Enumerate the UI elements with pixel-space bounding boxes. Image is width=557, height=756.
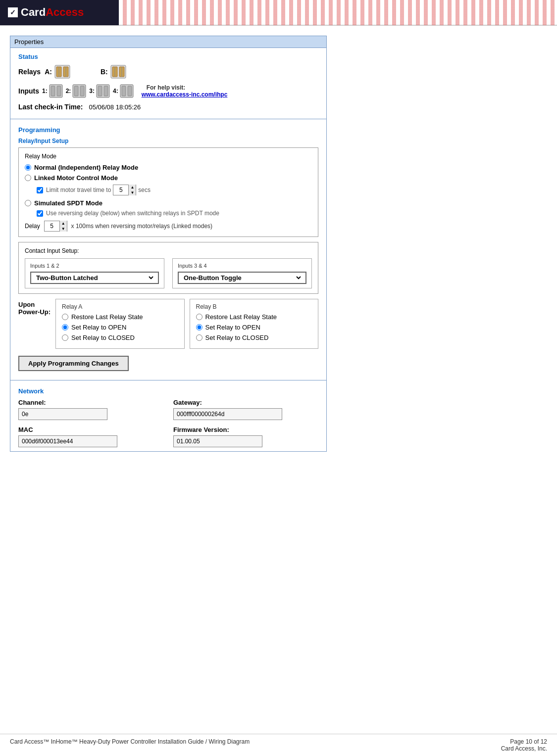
gateway-field: Gateway: 000fff000000264d	[173, 399, 318, 420]
limit-motor-input[interactable]	[113, 185, 128, 195]
input-1-icon	[49, 84, 63, 98]
svg-rect-20	[122, 86, 126, 96]
mac-field: MAC 000d6f000013ee44	[18, 426, 163, 447]
programming-heading: Programming	[18, 126, 318, 134]
inputs-3-4-dropdown-wrapper[interactable]: One-Button Toggle Two-Button Latched Mom…	[178, 272, 306, 284]
relay-boxes-row: Relay A Restore Last Relay State Set Rel…	[55, 299, 318, 349]
relay-b-restore-label: Restore Last Relay State	[205, 313, 277, 321]
apply-programming-button[interactable]: Apply Programming Changes	[18, 356, 129, 371]
svg-rect-17	[98, 86, 102, 96]
radio-spdt[interactable]	[25, 200, 31, 206]
radio-linked-row: Linked Motor Control Mode	[25, 174, 312, 182]
relay-b-closed-radio[interactable]	[196, 334, 203, 341]
relay-b-restore-row: Restore Last Relay State	[196, 313, 312, 321]
help-text: For help visit:	[147, 84, 228, 91]
checkin-label: Last check-in Time:	[18, 103, 83, 111]
relay-a-open-row: Set Relay to OPEN	[62, 324, 178, 331]
gateway-label: Gateway:	[173, 399, 318, 406]
inputs-3-4-select[interactable]: One-Button Toggle Two-Button Latched Mom…	[182, 274, 303, 282]
svg-rect-18	[104, 86, 108, 96]
inputs-1-2-box: Inputs 1 & 2 Two-Button Latched One-Butt…	[25, 258, 164, 288]
relay-a-open-label: Set Relay to OPEN	[71, 324, 126, 331]
radio-linked-label: Linked Motor Control Mode	[34, 174, 118, 182]
inputs-3-4-title: Inputs 3 & 4	[178, 263, 306, 269]
status-section: Status Relays A: B:	[10, 48, 326, 116]
input-2-icon	[72, 84, 86, 98]
input-4-label: 4:	[113, 88, 118, 94]
spinbox-arrows-motor: ▲ ▼	[128, 185, 136, 195]
input-4-group: 4:	[113, 84, 134, 98]
logo-text: CardAccess	[21, 6, 84, 19]
network-grid: Channel: 0e Gateway: 000fff000000264d MA…	[18, 399, 318, 447]
relay-a-group: A:	[45, 64, 71, 79]
relay-a-closed-label: Set Relay to CLOSED	[71, 334, 135, 341]
firmware-input[interactable]: 01.00.05	[173, 435, 262, 447]
inputs-1-2-select[interactable]: Two-Button Latched One-Button Toggle Mom…	[34, 274, 155, 282]
power-up-label: UponPower-Up:	[18, 299, 51, 316]
input-4-icon	[120, 84, 134, 98]
relay-b-closed-label: Set Relay to CLOSED	[205, 334, 269, 341]
relay-mode-box: Relay Mode Normal (Independent) Relay Mo…	[18, 147, 318, 237]
channel-field: Channel: 0e	[18, 399, 163, 420]
relay-b-powerup-title: Relay B	[196, 303, 312, 310]
limit-motor-spinbox: ▲ ▼	[113, 185, 136, 195]
relay-a-closed-radio[interactable]	[62, 334, 68, 341]
properties-title: Properties	[10, 36, 326, 48]
checkin-row: Last check-in Time: 05/06/08 18:05:26	[18, 103, 318, 111]
spinbox-down-motor[interactable]: ▼	[129, 190, 136, 195]
status-relays-row: Relays A: B:	[18, 64, 318, 79]
properties-box: Properties Status Relays A:	[10, 36, 327, 452]
limit-motor-unit: secs	[138, 187, 151, 193]
radio-spdt-label: Simulated SPDT Mode	[34, 199, 102, 207]
radio-normal-label: Normal (Independent) Relay Mode	[34, 164, 138, 171]
reversing-delay-checkbox[interactable]	[37, 210, 43, 217]
input-3-group: 3:	[89, 84, 110, 98]
relay-a-letter: A:	[45, 68, 52, 76]
help-link[interactable]: www.cardaccess-inc.com/ihpc	[142, 91, 228, 98]
status-inputs-row: Inputs 1: 2:	[18, 84, 318, 98]
delay-row: Delay ▲ ▼ x 100ms when reversing motor/r…	[25, 221, 312, 232]
footer-left: Card Access™ InHome™ Heavy-Duty Power Co…	[10, 738, 250, 752]
svg-rect-14	[74, 86, 78, 96]
radio-normal[interactable]	[25, 164, 31, 171]
spinbox-down-delay[interactable]: ▼	[60, 226, 67, 232]
logo-area: ✓ CardAccess	[0, 0, 119, 25]
limit-motor-option: Limit motor travel time to ▲ ▼ secs	[37, 185, 312, 195]
power-up-section: UponPower-Up: Relay A Restore Last Relay…	[18, 299, 318, 349]
mac-input[interactable]: 000d6f000013ee44	[18, 435, 117, 447]
relay-b-open-row: Set Relay to OPEN	[196, 324, 312, 331]
radio-linked[interactable]	[25, 175, 31, 181]
network-section: Network Channel: 0e Gateway: 000fff00000…	[10, 383, 326, 451]
relay-b-restore-radio[interactable]	[196, 314, 203, 320]
contact-inputs-row: Inputs 1 & 2 Two-Button Latched One-Butt…	[25, 258, 312, 288]
svg-rect-12	[57, 86, 61, 96]
relay-b-closed-row: Set Relay to CLOSED	[196, 334, 312, 341]
relay-b-group: B:	[101, 64, 127, 79]
logo-icon: ✓	[8, 7, 18, 17]
radio-normal-row: Normal (Independent) Relay Mode	[25, 164, 312, 171]
limit-motor-checkbox[interactable]	[37, 187, 43, 193]
svg-rect-11	[51, 86, 55, 96]
relay-b-powerup-box: Relay B Restore Last Relay State Set Rel…	[190, 299, 319, 349]
relay-b-open-radio[interactable]	[196, 324, 203, 331]
limit-motor-label: Limit motor travel time to	[46, 187, 111, 193]
delay-input[interactable]	[45, 221, 59, 231]
spinbox-up-delay[interactable]: ▲	[60, 221, 67, 226]
relay-b-icon	[110, 64, 127, 79]
inputs-1-2-dropdown-wrapper[interactable]: Two-Button Latched One-Button Toggle Mom…	[30, 272, 159, 284]
relay-a-restore-radio[interactable]	[62, 314, 68, 320]
channel-label: Channel:	[18, 399, 163, 406]
footer-company: Card Access, Inc.	[501, 745, 547, 752]
firmware-field: Firmware Version: 01.00.05	[173, 426, 318, 447]
input-2-label: 2:	[66, 88, 71, 94]
firmware-label: Firmware Version:	[173, 426, 318, 433]
relay-mode-title: Relay Mode	[25, 153, 312, 160]
gateway-input[interactable]: 000fff000000264d	[173, 408, 282, 420]
channel-input[interactable]: 0e	[18, 408, 107, 420]
spinbox-up-motor[interactable]: ▲	[129, 185, 136, 190]
relay-b-letter: B:	[101, 68, 108, 76]
relay-input-setup-heading: Relay/Input Setup	[18, 138, 318, 144]
input-1-group: 1:	[42, 84, 63, 98]
relay-a-open-radio[interactable]	[62, 324, 68, 331]
contact-input-setup-title: Contact Input Setup:	[25, 247, 312, 254]
